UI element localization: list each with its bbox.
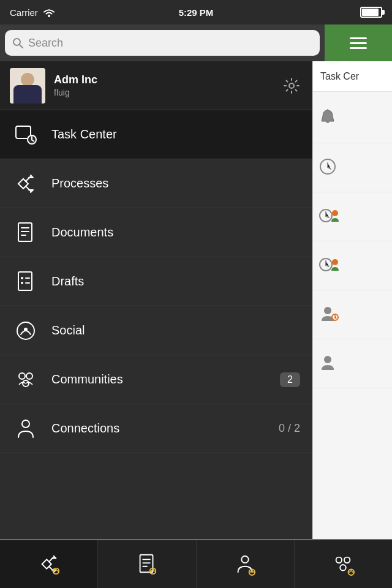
svg-point-40 xyxy=(344,557,350,564)
user-info: Adm Inc fluig xyxy=(54,74,272,97)
rp-clock-person-icon xyxy=(318,206,340,228)
hamburger-line-1 xyxy=(350,37,367,39)
connections-count: 0 / 2 xyxy=(279,422,300,435)
sidebar-item-documents[interactable]: Documents xyxy=(0,208,312,257)
svg-rect-11 xyxy=(18,272,32,290)
search-icon xyxy=(12,37,23,48)
svg-point-18 xyxy=(19,373,25,379)
sidebar-item-social[interactable]: Social xyxy=(0,306,312,355)
user-header: Adm Inc fluig xyxy=(0,61,312,110)
drafts-icon xyxy=(12,268,39,295)
svg-point-13 xyxy=(21,282,23,284)
nav-items: Task Center Processes xyxy=(0,110,312,564)
svg-point-19 xyxy=(26,373,32,379)
rp-person-icon xyxy=(318,353,340,375)
sidebar-item-connections[interactable]: Connections 0 / 2 xyxy=(0,404,312,453)
communities-badge: 2 xyxy=(280,372,300,387)
user-company: Adm Inc xyxy=(54,74,272,86)
task-center-label: Task Center xyxy=(51,127,300,141)
rp-item-6[interactable] xyxy=(313,339,392,388)
svg-point-0 xyxy=(48,15,50,17)
tab-connections-icon xyxy=(232,551,258,578)
svg-point-21 xyxy=(22,420,29,428)
rp-item-1[interactable] xyxy=(313,94,392,143)
rp-person-clock-icon xyxy=(318,304,340,326)
processes-icon xyxy=(12,170,39,197)
svg-point-30 xyxy=(324,356,331,363)
svg-point-28 xyxy=(324,307,331,314)
communities-label: Communities xyxy=(51,372,268,386)
rp-bell-icon xyxy=(318,108,340,130)
time-label: 5:29 PM xyxy=(179,7,214,18)
connections-label: Connections xyxy=(51,421,266,435)
sidebar-item-drafts[interactable]: Drafts xyxy=(0,257,312,306)
svg-line-2 xyxy=(20,45,23,48)
task-center-icon xyxy=(12,121,39,148)
svg-point-39 xyxy=(336,557,342,564)
social-icon xyxy=(12,317,39,344)
tab-communities-icon xyxy=(330,551,356,578)
hamburger-button[interactable] xyxy=(325,24,392,61)
status-bar-left: Carrier xyxy=(10,7,55,18)
avatar xyxy=(10,68,45,104)
sidebar-item-task-center[interactable]: Task Center xyxy=(0,110,312,159)
processes-label: Processes xyxy=(51,176,300,190)
rp-clock-person-icon-2 xyxy=(318,255,340,277)
social-label: Social xyxy=(51,323,300,337)
tab-processes-icon xyxy=(36,551,62,578)
hamburger-line-2 xyxy=(350,42,367,44)
documents-icon xyxy=(12,219,39,246)
right-panel: Task Cer xyxy=(312,61,392,564)
battery-indicator xyxy=(360,7,382,18)
right-panel-header: Task Cer xyxy=(313,61,392,92)
right-panel-items xyxy=(313,92,392,391)
svg-point-37 xyxy=(241,556,248,563)
search-bar[interactable]: Search xyxy=(5,30,320,56)
tab-bar xyxy=(0,539,392,588)
rp-item-4[interactable] xyxy=(313,241,392,290)
wifi-icon xyxy=(43,8,55,17)
svg-point-41 xyxy=(341,565,347,571)
tab-communities[interactable] xyxy=(295,540,392,588)
settings-button[interactable] xyxy=(281,75,303,97)
rp-clock-icon xyxy=(318,157,340,179)
drafts-label: Drafts xyxy=(51,274,300,288)
tab-documents-icon xyxy=(134,551,160,578)
rp-item-3[interactable] xyxy=(313,192,392,241)
rp-item-2[interactable] xyxy=(313,143,392,192)
sidebar-item-communities[interactable]: Communities 2 xyxy=(0,355,312,404)
battery-icon xyxy=(360,7,382,18)
hamburger-line-3 xyxy=(350,47,367,49)
documents-label: Documents xyxy=(51,225,300,239)
rp-item-5[interactable] xyxy=(313,290,392,339)
svg-rect-22 xyxy=(327,109,328,111)
right-panel-title: Task Cer xyxy=(320,71,359,82)
search-row: Search xyxy=(0,24,392,61)
sidebar-item-processes[interactable]: Processes xyxy=(0,159,312,208)
sidebar: Adm Inc fluig xyxy=(0,61,312,564)
communities-icon xyxy=(12,366,39,393)
user-name: fluig xyxy=(54,88,272,97)
svg-point-12 xyxy=(21,277,23,279)
svg-point-17 xyxy=(24,328,28,331)
tab-documents[interactable] xyxy=(98,540,196,588)
svg-point-25 xyxy=(332,210,338,216)
status-bar: Carrier 5:29 PM xyxy=(0,0,392,24)
main-area: Adm Inc fluig xyxy=(0,61,392,564)
svg-point-27 xyxy=(332,259,338,265)
svg-point-3 xyxy=(289,83,294,88)
tab-connections[interactable] xyxy=(197,540,295,588)
connections-icon xyxy=(12,415,39,442)
search-placeholder: Search xyxy=(28,37,312,50)
carrier-label: Carrier xyxy=(10,7,38,18)
tab-processes[interactable] xyxy=(0,540,98,588)
